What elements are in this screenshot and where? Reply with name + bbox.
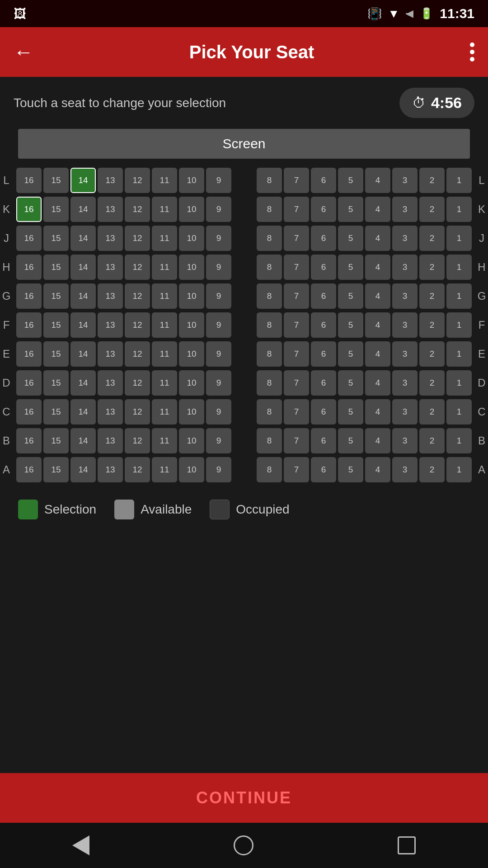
seat[interactable]: 1: [446, 428, 472, 453]
seat[interactable]: 9: [206, 457, 231, 482]
seat[interactable]: 3: [392, 168, 418, 193]
seat[interactable]: 4: [365, 197, 390, 222]
seat[interactable]: 4: [365, 168, 390, 193]
seat[interactable]: 14: [70, 283, 96, 309]
seat[interactable]: 15: [43, 283, 69, 309]
seat[interactable]: 2: [419, 457, 445, 482]
seat[interactable]: 11: [152, 197, 177, 222]
seat[interactable]: 16: [16, 370, 42, 396]
seat[interactable]: 10: [179, 312, 204, 338]
seat[interactable]: 8: [257, 457, 282, 482]
seat[interactable]: 11: [152, 226, 177, 251]
seat[interactable]: 7: [284, 312, 309, 338]
seat[interactable]: 7: [284, 341, 309, 367]
seat[interactable]: 11: [152, 399, 177, 425]
seat[interactable]: 5: [338, 312, 363, 338]
seat[interactable]: 10: [179, 370, 204, 396]
seat[interactable]: 4: [365, 399, 390, 425]
seat[interactable]: 13: [98, 341, 123, 367]
seat[interactable]: 11: [152, 370, 177, 396]
seat[interactable]: 1: [446, 341, 472, 367]
seat[interactable]: 7: [284, 428, 309, 453]
seat[interactable]: 13: [98, 428, 123, 453]
seat[interactable]: 2: [419, 370, 445, 396]
seat[interactable]: 16: [16, 226, 42, 251]
seat[interactable]: 3: [392, 197, 418, 222]
seat[interactable]: 4: [365, 341, 390, 367]
seat[interactable]: 13: [98, 226, 123, 251]
seat[interactable]: 13: [98, 457, 123, 482]
seat[interactable]: 5: [338, 341, 363, 367]
seat[interactable]: 6: [311, 341, 336, 367]
seat[interactable]: 16: [16, 457, 42, 482]
seat[interactable]: 16: [16, 283, 42, 309]
seat[interactable]: 7: [284, 197, 309, 222]
seat[interactable]: 5: [338, 255, 363, 280]
seat[interactable]: 12: [125, 341, 150, 367]
seat[interactable]: 6: [311, 283, 336, 309]
seat[interactable]: 9: [206, 370, 231, 396]
seat[interactable]: 8: [257, 255, 282, 280]
seat[interactable]: 2: [419, 255, 445, 280]
seat[interactable]: 7: [284, 457, 309, 482]
seat[interactable]: 1: [446, 399, 472, 425]
seat[interactable]: 2: [419, 341, 445, 367]
home-nav-button[interactable]: [234, 835, 253, 855]
seat[interactable]: 8: [257, 312, 282, 338]
seat[interactable]: 10: [179, 226, 204, 251]
seat[interactable]: 12: [125, 197, 150, 222]
seat[interactable]: 16: [16, 197, 42, 222]
seat[interactable]: 15: [43, 399, 69, 425]
seat[interactable]: 11: [152, 255, 177, 280]
seat[interactable]: 6: [311, 312, 336, 338]
seat[interactable]: 11: [152, 312, 177, 338]
seat[interactable]: 13: [98, 399, 123, 425]
seat[interactable]: 5: [338, 399, 363, 425]
seat[interactable]: 15: [43, 370, 69, 396]
seat[interactable]: 6: [311, 226, 336, 251]
seat[interactable]: 4: [365, 283, 390, 309]
seat[interactable]: 7: [284, 255, 309, 280]
seat[interactable]: 10: [179, 341, 204, 367]
seat[interactable]: 7: [284, 399, 309, 425]
seat[interactable]: 11: [152, 168, 177, 193]
seat[interactable]: 8: [257, 226, 282, 251]
seat[interactable]: 11: [152, 341, 177, 367]
seat[interactable]: 3: [392, 370, 418, 396]
seat[interactable]: 14: [70, 399, 96, 425]
seat[interactable]: 6: [311, 197, 336, 222]
seat[interactable]: 13: [98, 312, 123, 338]
seat[interactable]: 9: [206, 428, 231, 453]
seat[interactable]: 9: [206, 312, 231, 338]
seat[interactable]: 6: [311, 399, 336, 425]
seat[interactable]: 12: [125, 399, 150, 425]
seat[interactable]: 10: [179, 283, 204, 309]
back-nav-button[interactable]: [72, 835, 89, 855]
seat[interactable]: 3: [392, 399, 418, 425]
seat[interactable]: 14: [70, 197, 96, 222]
seat[interactable]: 13: [98, 255, 123, 280]
seat[interactable]: 2: [419, 283, 445, 309]
seat[interactable]: 4: [365, 255, 390, 280]
seat[interactable]: 11: [152, 428, 177, 453]
seat[interactable]: 5: [338, 457, 363, 482]
seat[interactable]: 1: [446, 457, 472, 482]
seat[interactable]: 14: [70, 341, 96, 367]
seat[interactable]: 9: [206, 341, 231, 367]
seat[interactable]: 9: [206, 168, 231, 193]
seat[interactable]: 13: [98, 168, 123, 193]
seat[interactable]: 1: [446, 312, 472, 338]
recents-nav-button[interactable]: [398, 836, 416, 854]
seat[interactable]: 16: [16, 428, 42, 453]
seat[interactable]: 5: [338, 370, 363, 396]
seat[interactable]: 3: [392, 283, 418, 309]
seat[interactable]: 5: [338, 428, 363, 453]
seat[interactable]: 6: [311, 370, 336, 396]
seat[interactable]: 6: [311, 168, 336, 193]
seat[interactable]: 14: [70, 226, 96, 251]
seat[interactable]: 4: [365, 457, 390, 482]
seat[interactable]: 13: [98, 197, 123, 222]
seat[interactable]: 5: [338, 283, 363, 309]
seat[interactable]: 6: [311, 255, 336, 280]
seat[interactable]: 9: [206, 197, 231, 222]
